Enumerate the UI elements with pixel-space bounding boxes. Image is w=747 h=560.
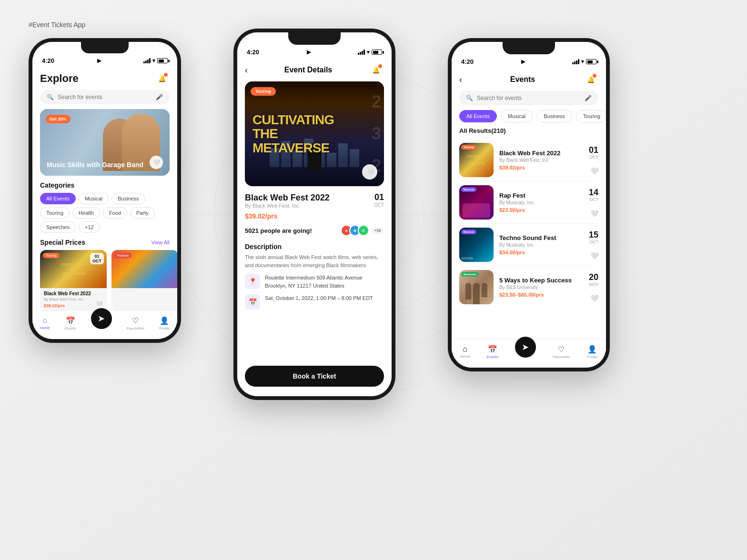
detail-header: ‹ Event Details 🔔 bbox=[237, 59, 392, 81]
page-label: #Event Tickets App bbox=[29, 21, 85, 29]
cultivating-mini: CULTIVATINGTHEMETAVERSE bbox=[467, 155, 486, 165]
microphone-icon[interactable]: 🎤 bbox=[156, 94, 163, 100]
event-hero-image: CULTIVATINGTHEMETAVERSE 2 3 2 Touring 🤍 bbox=[245, 81, 384, 186]
search-input[interactable] bbox=[58, 94, 152, 100]
event-card-black-web[interactable]: Touring CULTIVATINGTHEMETAVERSE Black We… bbox=[40, 250, 107, 311]
card-org-1: By Black Web Fest, Inc. bbox=[44, 297, 103, 301]
list-org-3: By Musicaly, Inc. bbox=[499, 242, 583, 248]
phone-explore: 4:20 ▶ ▾ Explore bbox=[29, 38, 181, 343]
banner-title: Music Skills with Garage Band bbox=[47, 160, 143, 169]
list-info-3: Techno Sound Fest By Musicaly, Inc. $34.… bbox=[499, 234, 583, 255]
events-nav-events[interactable]: 📅 Events bbox=[487, 345, 498, 359]
nav-favourites[interactable]: ♡ Favourites bbox=[127, 316, 144, 330]
home-icon: ⌂ bbox=[42, 316, 47, 325]
phone-event-details: 4:20 ▶ ▾ ‹ Event D bbox=[233, 29, 395, 400]
bottom-nav: ⌂ Home 📅 Events ➤ ♡ Favourites 👤 Profile bbox=[32, 310, 177, 339]
back-button[interactable]: ‹ bbox=[245, 65, 248, 75]
events-search-bar[interactable]: 🔍 🎤 bbox=[459, 91, 598, 105]
tag-all-events[interactable]: All Events bbox=[40, 193, 76, 204]
wifi-icon: ▾ bbox=[152, 58, 155, 64]
event-date-num: 01 bbox=[374, 192, 384, 202]
discount-badge: Get 20% bbox=[46, 115, 71, 123]
attendee-avatars: A B C +5k bbox=[341, 225, 384, 236]
profile-icon-3: 👤 bbox=[587, 345, 597, 354]
list-price-4: $23.50–$65.00/prs bbox=[499, 292, 583, 298]
phone-explore-inner: 4:20 ▶ ▾ Explore bbox=[32, 42, 177, 339]
location-icon-3: ▶ bbox=[521, 59, 525, 65]
list-heart-1[interactable]: 🤍 bbox=[590, 167, 598, 175]
list-price-1: $39.02/prs bbox=[499, 165, 583, 170]
banner-favourite[interactable]: 🤍 bbox=[150, 156, 163, 169]
filter-touring[interactable]: Touring bbox=[576, 110, 606, 122]
going-label: people are going! bbox=[261, 227, 312, 234]
events-list-title: Events bbox=[510, 75, 535, 84]
list-item-techno[interactable]: Musical SOUND Techno Sound Fest By Music… bbox=[452, 224, 606, 266]
notch-3 bbox=[503, 42, 555, 54]
list-item-rap-fest[interactable]: Musical Rap Fest By Musicaly, Inc. $23.5… bbox=[452, 181, 606, 223]
book-ticket-button[interactable]: Book a Ticket bbox=[245, 366, 384, 387]
tag-more[interactable]: +12 bbox=[79, 221, 100, 233]
nav-favourites-label: Favourites bbox=[127, 326, 144, 330]
hero-banner: Get 20% Music Skills with Garage Band 🤍 bbox=[40, 109, 170, 176]
notch-2 bbox=[288, 32, 341, 45]
avatar-3: C bbox=[358, 225, 369, 236]
list-item-success[interactable]: Business 5 Ways to Keep Success By B&S U… bbox=[452, 266, 606, 308]
notification-dot bbox=[164, 73, 168, 77]
battery-icon-2 bbox=[372, 50, 382, 55]
card-heart-1[interactable]: 🤍 bbox=[96, 300, 103, 307]
filter-musical[interactable]: Musical bbox=[501, 110, 533, 122]
list-heart-3[interactable]: 🤍 bbox=[590, 252, 598, 260]
detail-screen: 4:20 ▶ ▾ ‹ Event D bbox=[237, 32, 392, 396]
list-heart-2[interactable]: 🤍 bbox=[590, 210, 598, 217]
tag-food[interactable]: Food bbox=[103, 207, 127, 219]
list-date-month-2: OCT bbox=[589, 197, 598, 202]
special-prices-view-all[interactable]: View All bbox=[151, 240, 170, 245]
nav-home[interactable]: ⌂ Home bbox=[40, 316, 50, 330]
special-prices-header: Special Prices View All bbox=[32, 237, 177, 250]
events-bell-button[interactable]: 🔔 bbox=[583, 72, 598, 87]
filter-all-events[interactable]: All Events bbox=[459, 110, 497, 122]
list-status-icons: ▾ bbox=[572, 59, 596, 65]
nav-profile[interactable]: 👤 Profile bbox=[159, 316, 170, 330]
event-card-img-2: Festival bbox=[111, 250, 177, 288]
notification-button[interactable]: 🔔 bbox=[154, 71, 170, 86]
list-date-num-3: 15 bbox=[589, 230, 598, 240]
categories-title: Categories bbox=[32, 181, 177, 193]
nav-fab[interactable]: ➤ bbox=[91, 308, 112, 329]
list-img-3: Musical SOUND bbox=[459, 228, 494, 262]
event-card-festival[interactable]: Festival bbox=[111, 250, 177, 311]
events-nav-favourites[interactable]: ♡ Favourites bbox=[553, 345, 570, 359]
tag-speeches[interactable]: Speeches bbox=[40, 221, 76, 233]
microphone-icon-3[interactable]: 🎤 bbox=[585, 95, 592, 101]
event-hero-heart[interactable]: 🤍 bbox=[362, 164, 377, 180]
profile-icon: 👤 bbox=[160, 316, 169, 325]
events-back-button[interactable]: ‹ bbox=[459, 75, 462, 85]
list-title-2: Rap Fest bbox=[499, 192, 583, 199]
tag-musical[interactable]: Musical bbox=[79, 193, 109, 204]
detail-bell-button[interactable]: 🔔 bbox=[369, 62, 384, 78]
list-org-2: By Musicaly, Inc. bbox=[499, 200, 583, 205]
home-icon-3: ⌂ bbox=[463, 345, 467, 353]
list-heart-4[interactable]: 🤍 bbox=[590, 294, 598, 302]
tag-party[interactable]: Party bbox=[130, 207, 155, 219]
list-org-1: By Black Web Fest, Inc. bbox=[499, 158, 583, 163]
wifi-icon-2: ▾ bbox=[367, 49, 370, 55]
location-row: 📍 Roulette Intermedium 509 Atlantic Aven… bbox=[245, 274, 384, 290]
tag-business[interactable]: Business bbox=[111, 193, 145, 204]
list-badge-4: Business bbox=[461, 272, 479, 277]
events-bottom-nav: ⌂ Home 📅 Events ➤ ♡ Favourites 👤 Profile bbox=[452, 339, 606, 368]
search-bar[interactable]: 🔍 🎤 bbox=[40, 90, 170, 104]
search-icon-3: 🔍 bbox=[466, 95, 473, 101]
events-nav-fab[interactable]: ➤ bbox=[515, 337, 536, 358]
list-item-black-web[interactable]: Touring CULTIVATINGTHEMETAVERSE Black We… bbox=[452, 139, 606, 181]
filter-business[interactable]: Business bbox=[536, 110, 572, 122]
tag-health[interactable]: Health bbox=[72, 207, 100, 219]
events-nav-profile[interactable]: 👤 Profile bbox=[587, 345, 598, 359]
events-nav-home[interactable]: ⌂ Home bbox=[460, 345, 470, 359]
description-text: The sixth annual Black Web Fest watch fi… bbox=[245, 253, 384, 269]
nav-events[interactable]: 📅 Events bbox=[65, 316, 76, 330]
location-icon-pin: 📍 bbox=[245, 274, 260, 289]
tag-touring[interactable]: Touring bbox=[40, 207, 70, 219]
rap-fest-visual bbox=[463, 203, 490, 218]
events-search-input[interactable] bbox=[477, 95, 581, 101]
